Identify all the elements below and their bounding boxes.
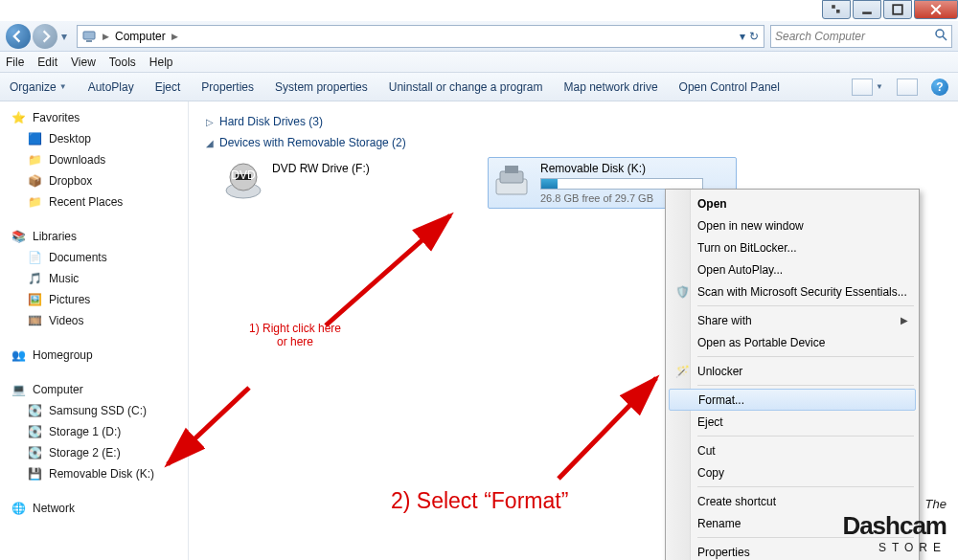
toolbar-system-properties[interactable]: System properties: [275, 80, 368, 94]
collapse-icon: ▷: [206, 117, 214, 127]
context-menu-label: Properties: [697, 546, 750, 559]
shield-icon: 🛡️: [673, 283, 691, 301]
toolbar-control-panel[interactable]: Open Control Panel: [679, 80, 780, 94]
pictures-icon: 🖼️: [27, 292, 42, 307]
svg-rect-1: [836, 10, 840, 13]
dvd-drive-icon: DVD: [224, 162, 262, 200]
toolbar-properties[interactable]: Properties: [201, 80, 254, 94]
context-menu-item[interactable]: 🪄Unlocker: [669, 360, 916, 382]
downloads-icon: 📁: [27, 152, 42, 168]
svg-point-6: [936, 30, 944, 37]
nav-drive-k[interactable]: 💾Removable Disk (K:): [0, 463, 188, 484]
maximize-button[interactable]: [883, 0, 912, 19]
context-menu-item[interactable]: Share with▶: [669, 309, 916, 331]
dropbox-icon: 📦: [27, 173, 42, 189]
menu-tools[interactable]: Tools: [109, 56, 136, 69]
nav-documents[interactable]: 📄Documents: [0, 247, 188, 268]
group-hdd[interactable]: ▷Hard Disk Drives (3): [206, 115, 945, 128]
context-menu-label: Cut: [697, 444, 716, 458]
breadcrumb-chevron-icon[interactable]: ▶: [170, 32, 180, 41]
expand-icon: ◢: [206, 138, 214, 148]
context-menu-item[interactable]: Open AutoPlay...: [669, 258, 916, 280]
documents-icon: 📄: [27, 250, 42, 265]
address-refresh[interactable]: ▾ ↻: [739, 26, 760, 47]
context-menu-separator: [697, 385, 914, 386]
help-button[interactable]: ?: [931, 78, 948, 96]
menu-edit[interactable]: Edit: [37, 56, 57, 69]
computer-icon: 💻: [10, 381, 27, 398]
search-placeholder: Search Computer: [775, 30, 865, 43]
context-menu-label: Open AutoPlay...: [697, 263, 783, 277]
toolbar-autoplay[interactable]: AutoPlay: [88, 80, 134, 94]
nav-libraries-header[interactable]: 📚Libraries: [0, 226, 188, 247]
menu-help[interactable]: Help: [149, 56, 173, 69]
drive-label: Removable Disk (K:): [540, 162, 703, 175]
menu-file[interactable]: File: [6, 56, 24, 69]
nav-pictures[interactable]: 🖼️Pictures: [0, 289, 188, 310]
close-button[interactable]: [914, 0, 958, 19]
search-input[interactable]: Search Computer: [770, 25, 952, 48]
back-button[interactable]: [6, 24, 31, 49]
search-icon: [934, 28, 947, 44]
nav-recent-places[interactable]: 📁Recent Places: [0, 191, 188, 213]
menu-view[interactable]: View: [71, 56, 96, 69]
context-menu-label: Open in new window: [697, 219, 804, 233]
context-menu-item[interactable]: Format...: [669, 389, 916, 411]
nav-downloads[interactable]: 📁Downloads: [0, 149, 188, 170]
homegroup-icon: 👥: [10, 347, 27, 364]
context-menu-label: Share with: [697, 314, 752, 327]
nav-network[interactable]: 🌐Network: [0, 498, 188, 519]
context-menu-item[interactable]: 🛡️Scan with Microsoft Security Essential…: [669, 280, 916, 302]
drive-icon: 💽: [27, 403, 42, 418]
nav-music[interactable]: 🎵Music: [0, 268, 188, 289]
minimize-button[interactable]: [853, 0, 881, 19]
group-removable[interactable]: ◢Devices with Removable Storage (2): [206, 136, 945, 149]
removable-icon: 💾: [27, 466, 42, 482]
star-icon: ⭐: [10, 109, 27, 126]
context-menu-item[interactable]: Copy: [669, 461, 916, 483]
context-menu-separator: [697, 356, 914, 357]
nav-homegroup[interactable]: 👥Homegroup: [0, 345, 188, 366]
toolbar-uninstall[interactable]: Uninstall or change a program: [389, 80, 543, 94]
toolbar-eject[interactable]: Eject: [155, 80, 181, 94]
nav-computer-header[interactable]: 💻Computer: [0, 379, 188, 400]
context-menu-item[interactable]: Open as Portable Device: [669, 331, 916, 353]
breadcrumb-chevron-icon[interactable]: ▶: [101, 32, 111, 41]
context-menu-item[interactable]: Open in new window: [669, 214, 916, 236]
toolbar-view-options[interactable]: ▼: [852, 78, 883, 96]
svg-rect-0: [832, 5, 835, 9]
drive-dvd[interactable]: DVD DVD RW Drive (F:): [219, 157, 468, 209]
wand-icon: 🪄: [673, 363, 691, 380]
drive-icon: 💽: [27, 445, 42, 460]
context-menu-separator: [697, 305, 914, 306]
nav-videos[interactable]: 🎞️Videos: [0, 310, 188, 331]
nav-dropbox[interactable]: 📦Dropbox: [0, 170, 188, 191]
context-menu-item[interactable]: Open: [669, 192, 916, 214]
toolbar-organize[interactable]: Organize▼: [10, 80, 67, 94]
breadcrumb-computer[interactable]: Computer: [111, 30, 170, 43]
context-menu-item[interactable]: Eject: [669, 411, 916, 433]
recent-icon: 📁: [27, 194, 42, 210]
forward-button[interactable]: [33, 24, 57, 49]
context-menu-label: Scan with Microsoft Security Essentials.…: [697, 285, 907, 299]
nav-drive-c[interactable]: 💽Samsung SSD (C:): [0, 400, 188, 421]
nav-desktop[interactable]: 🟦Desktop: [0, 128, 188, 149]
videos-icon: 🎞️: [27, 313, 42, 328]
svg-rect-3: [893, 5, 902, 14]
window-overflow-button[interactable]: [822, 0, 851, 19]
address-bar[interactable]: ▶ Computer ▶ ▾ ↻: [77, 25, 764, 48]
desktop-icon: 🟦: [27, 131, 42, 146]
nav-drive-d[interactable]: 💽Storage 1 (D:): [0, 421, 188, 442]
context-menu-item[interactable]: Turn on BitLocker...: [669, 236, 916, 258]
nav-favorites-header[interactable]: ⭐Favorites: [0, 107, 188, 128]
context-menu-label: Format...: [698, 393, 744, 407]
music-icon: 🎵: [27, 271, 42, 286]
command-toolbar: Organize▼ AutoPlay Eject Properties Syst…: [0, 73, 958, 101]
history-dropdown[interactable]: ▾: [57, 24, 71, 49]
removable-disk-icon: [492, 162, 531, 200]
toolbar-map-drive[interactable]: Map network drive: [564, 80, 658, 94]
context-menu-label: Open: [697, 197, 727, 211]
context-menu-item[interactable]: Cut: [669, 439, 916, 461]
toolbar-preview-pane[interactable]: [897, 78, 918, 96]
nav-drive-e[interactable]: 💽Storage 2 (E:): [0, 442, 188, 463]
